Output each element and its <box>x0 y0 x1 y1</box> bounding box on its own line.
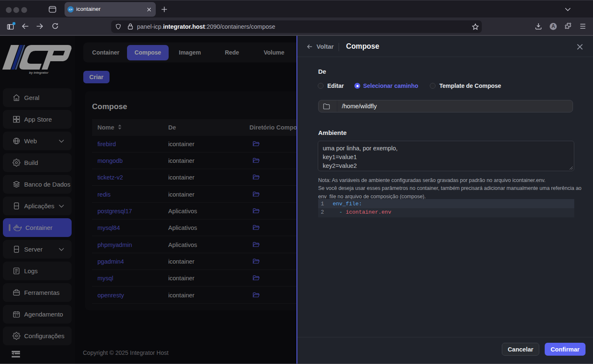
svg-text:ICP: ICP <box>69 8 72 11</box>
